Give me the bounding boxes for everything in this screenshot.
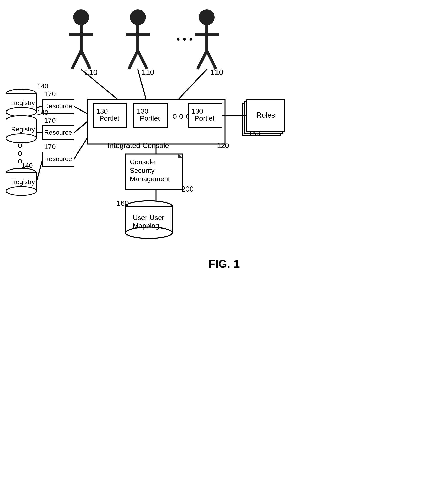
- svg-line-8: [129, 51, 138, 69]
- user-icon-2: [126, 9, 150, 69]
- user3-label: 110: [210, 68, 223, 77]
- portlet1-ref: 130: [96, 107, 108, 115]
- svg-line-4: [81, 51, 90, 69]
- svg-text:Registry: Registry: [11, 178, 35, 186]
- svg-point-39: [6, 186, 37, 195]
- svg-point-0: [73, 9, 89, 25]
- registry2-ref: 140: [37, 108, 48, 116]
- registry2: Registry: [6, 116, 37, 143]
- console-security-label-line2: Security: [130, 166, 155, 174]
- user-icon-3: [195, 9, 219, 69]
- console-security-label-line1: Console: [130, 158, 155, 166]
- portlets-ellipsis: o o o: [172, 111, 190, 120]
- portlet3-ref: 130: [192, 107, 203, 115]
- svg-line-22: [74, 106, 87, 113]
- svg-line-3: [72, 51, 81, 69]
- user-mapping-ref: 160: [117, 199, 129, 207]
- portlet2-label: Portlet: [140, 114, 160, 122]
- figure-label: FIG. 1: [208, 257, 240, 270]
- resource2-ref: 170: [44, 116, 56, 124]
- svg-line-13: [198, 51, 207, 69]
- integrated-console-ref: 120: [217, 141, 229, 150]
- svg-text:Registry: Registry: [11, 99, 35, 106]
- user-icon-1: [69, 9, 93, 69]
- svg-point-5: [130, 9, 145, 25]
- svg-line-41: [37, 159, 43, 181]
- svg-line-24: [74, 138, 87, 159]
- user1-label: 110: [85, 68, 97, 77]
- resource1-ref: 170: [44, 90, 56, 98]
- svg-line-23: [74, 122, 87, 133]
- svg-text:Registry: Registry: [11, 126, 35, 133]
- svg-text:User-User: User-User: [133, 214, 164, 221]
- registry3-ref: 140: [21, 162, 33, 169]
- console-security-label-line3: Management: [130, 175, 170, 183]
- resource3-ref: 170: [44, 143, 56, 150]
- svg-text:Mapping: Mapping: [133, 222, 159, 229]
- portlet2-ref: 130: [137, 107, 148, 115]
- registry3: Registry: [6, 168, 37, 195]
- users-ellipsis: • • •: [176, 33, 192, 45]
- resource2-label: Resource: [44, 129, 72, 136]
- svg-line-9: [138, 51, 147, 69]
- svg-line-29: [37, 106, 43, 107]
- svg-point-27: [6, 107, 37, 116]
- integrated-console-label: Integrated Console: [107, 141, 169, 150]
- svg-line-15: [81, 69, 118, 99]
- roles-ref: 150: [248, 129, 261, 138]
- svg-point-10: [199, 9, 215, 25]
- registry1: Registry: [6, 89, 37, 116]
- diagram-container: 110 110 • • • 110 Integrated: [0, 0, 448, 486]
- user-mapping: User-User Mapping: [126, 201, 172, 238]
- svg-line-17: [178, 69, 207, 99]
- resource3-label: Resource: [44, 155, 72, 162]
- portlet3-label: Portlet: [195, 114, 215, 122]
- registry1-ref: 140: [37, 82, 48, 90]
- console-security-ref: 200: [181, 185, 194, 193]
- portlet1-label: Portlet: [99, 114, 120, 122]
- roles-label: Roles: [256, 111, 275, 119]
- user2-label: 110: [142, 68, 154, 77]
- svg-line-14: [207, 51, 216, 69]
